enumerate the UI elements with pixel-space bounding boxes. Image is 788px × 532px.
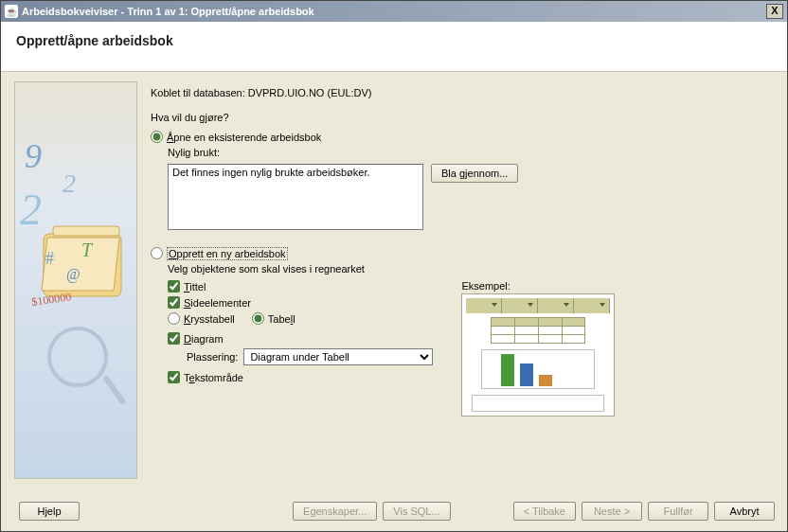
example-chart-icon (481, 349, 595, 389)
wizard-button-bar: Hjelp Egenskaper... Vis SQL... < Tilbake… (13, 502, 775, 521)
svg-text:#: # (45, 249, 54, 268)
recent-label: Nylig brukt: (168, 147, 774, 158)
connection-status: Koblet til databasen: DVPRD.UIO.NO (EUL:… (151, 87, 774, 98)
radio-create-new-input[interactable] (151, 247, 163, 259)
svg-text:T: T (81, 239, 94, 260)
check-text-area-label: Tekstområde (184, 372, 243, 383)
wizard-illustration: 9 2 2 # @ T $100000 (14, 81, 137, 479)
check-title-input[interactable] (168, 280, 180, 293)
back-button: < Tilbake (513, 502, 576, 521)
check-diagram-input[interactable] (168, 332, 180, 345)
example-preview (461, 293, 615, 417)
radio-open-existing-input[interactable] (151, 131, 163, 143)
svg-rect-10 (102, 375, 127, 406)
check-text-area-input[interactable] (168, 371, 180, 383)
radio-table-input[interactable] (252, 312, 264, 325)
finish-button: Fullfør (648, 502, 708, 521)
radio-crosstab[interactable]: Krysstabell (168, 312, 235, 325)
check-title[interactable]: Tittel (168, 280, 433, 293)
browse-button[interactable]: Bla gjennom... (431, 164, 518, 183)
wizard-header: Opprett/åpne arbeidsbok (1, 22, 787, 72)
radio-table[interactable]: Tabell (252, 312, 296, 325)
example-textarea-icon (472, 395, 604, 412)
wizard-content: Koblet til databasen: DVPRD.UIO.NO (EUL:… (151, 81, 774, 479)
svg-rect-4 (53, 226, 119, 236)
example-table-icon (491, 317, 585, 344)
check-page-items-input[interactable] (168, 296, 180, 309)
placement-select[interactable]: Diagram under Tabell (243, 348, 433, 365)
svg-text:@: @ (66, 266, 81, 283)
radio-open-existing-label: Åpne en eksisterende arbeidsbok (167, 132, 321, 143)
check-diagram-label: Diagram (184, 333, 224, 345)
close-button[interactable]: X (766, 4, 783, 19)
check-page-items[interactable]: Sideelementer (168, 296, 433, 309)
java-icon: ☕ (5, 5, 18, 18)
svg-text:$100000: $100000 (30, 290, 72, 309)
check-page-items-label: Sideelementer (184, 297, 251, 309)
svg-point-9 (49, 328, 106, 385)
placement-label: Plassering: (187, 351, 238, 363)
prompt-question: Hva vil du gjøre? (151, 112, 774, 123)
check-title-label: Tittel (184, 281, 206, 293)
example-label: Eksempel: (461, 280, 615, 292)
recent-workbooks-list[interactable]: Det finnes ingen nylig brukte arbeidsbøk… (168, 164, 423, 230)
cancel-button[interactable]: Avbryt (714, 502, 775, 521)
help-button[interactable]: Hjelp (19, 502, 80, 521)
wizard-body: 9 2 2 # @ T $100000 Koblet til databasen… (1, 72, 787, 488)
radio-table-label: Tabell (268, 313, 296, 325)
radio-crosstab-input[interactable] (168, 312, 180, 325)
svg-text:9: 9 (25, 139, 42, 175)
recent-empty-text: Det finnes ingen nylig brukte arbeidsbøk… (172, 167, 419, 178)
radio-create-new[interactable]: Opprett en ny arbeidsbok (151, 247, 774, 259)
svg-text:2: 2 (20, 186, 42, 234)
check-diagram[interactable]: Diagram (168, 332, 433, 345)
next-button: Neste > (582, 502, 642, 521)
properties-button: Egenskaper... (293, 502, 377, 521)
check-text-area[interactable]: Tekstområde (168, 371, 433, 383)
window-title: Arbeidsbokveiviser - Trinn 1 av 1: Oppre… (22, 6, 766, 17)
radio-create-new-label: Opprett en ny arbeidsbok (167, 248, 288, 259)
example-tabs-icon (466, 298, 610, 313)
show-sql-button: Vis SQL... (383, 502, 450, 521)
radio-crosstab-label: Krysstabell (184, 313, 235, 325)
svg-text:2: 2 (63, 168, 76, 198)
radio-open-existing[interactable]: Åpne en eksisterende arbeidsbok (151, 131, 774, 143)
choose-objects-label: Velg objektene som skal vises i regneark… (168, 263, 774, 275)
page-title: Opprett/åpne arbeidsbok (16, 33, 772, 48)
title-bar: ☕ Arbeidsbokveiviser - Trinn 1 av 1: Opp… (1, 1, 787, 22)
